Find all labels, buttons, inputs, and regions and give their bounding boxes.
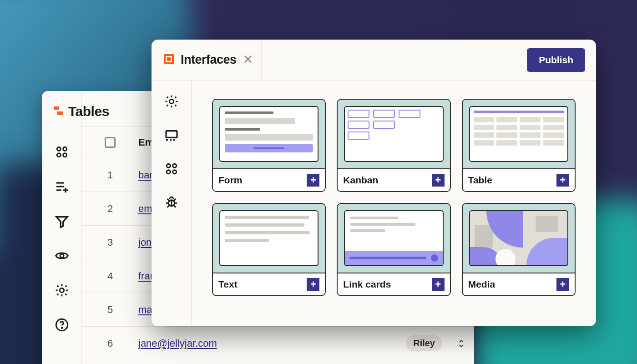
- interfaces-logo-icon: [163, 54, 174, 66]
- filter-icon[interactable]: [55, 214, 69, 228]
- svg-point-25: [172, 170, 176, 174]
- interfaces-window: Interfaces Publish: [152, 40, 596, 326]
- select-all-checkbox[interactable]: [105, 137, 116, 148]
- tile-label: Link cards: [343, 279, 391, 290]
- row-number: 2: [82, 203, 138, 215]
- tile-table[interactable]: Table +: [462, 99, 576, 192]
- eye-icon[interactable]: [55, 248, 69, 263]
- nodes-icon[interactable]: [55, 145, 69, 159]
- tile-media[interactable]: Media +: [462, 203, 576, 296]
- table-row[interactable]: 6 jane@jellyjar.com Riley: [82, 327, 474, 360]
- add-tile-button[interactable]: +: [432, 174, 445, 187]
- tile-text[interactable]: Text +: [212, 203, 326, 296]
- assignee-badge[interactable]: Riley: [406, 335, 442, 351]
- tile-preview: [213, 100, 325, 168]
- tile-form[interactable]: Form +: [212, 99, 326, 192]
- list-add-icon[interactable]: [55, 179, 69, 194]
- add-tile-button[interactable]: +: [307, 278, 319, 291]
- row-number: 6: [82, 338, 138, 349]
- sort-handle-icon[interactable]: [458, 338, 465, 349]
- svg-point-24: [167, 170, 170, 174]
- tables-logo-icon: [53, 104, 64, 119]
- section-icon[interactable]: [164, 128, 179, 142]
- bug-icon[interactable]: [164, 195, 179, 210]
- svg-rect-16: [167, 57, 171, 61]
- svg-rect-0: [54, 106, 59, 110]
- interfaces-title: Interfaces: [181, 53, 237, 67]
- row-number: 3: [82, 237, 138, 248]
- svg-point-23: [172, 164, 176, 167]
- svg-point-22: [167, 164, 170, 167]
- add-tile-button[interactable]: +: [556, 174, 569, 187]
- help-icon[interactable]: [55, 318, 69, 332]
- gear-icon[interactable]: [55, 283, 69, 298]
- tile-label: Kanban: [343, 175, 378, 186]
- svg-point-12: [60, 288, 64, 292]
- svg-point-5: [63, 153, 66, 157]
- tile-preview: [338, 100, 450, 168]
- tile-label: Table: [468, 175, 492, 186]
- interfaces-canvas: Form + Kanban +: [192, 81, 596, 326]
- svg-rect-20: [166, 131, 177, 138]
- svg-point-2: [57, 147, 61, 151]
- row-number: 1: [82, 169, 138, 181]
- svg-line-33: [174, 206, 176, 207]
- tables-title-text: Tables: [68, 104, 109, 119]
- svg-rect-1: [57, 111, 63, 115]
- svg-point-19: [169, 99, 173, 103]
- tables-title: Tables: [53, 104, 109, 119]
- svg-line-31: [174, 199, 176, 201]
- add-tile-button[interactable]: +: [556, 278, 569, 291]
- close-icon[interactable]: [243, 54, 253, 66]
- row-number: 4: [82, 270, 138, 282]
- svg-point-4: [57, 153, 61, 157]
- tile-label: Form: [218, 175, 243, 186]
- tile-preview: [338, 204, 450, 273]
- svg-point-14: [61, 328, 62, 329]
- interfaces-rail: [152, 81, 192, 326]
- add-tile-button[interactable]: +: [432, 278, 445, 291]
- nodes-icon[interactable]: [164, 162, 179, 176]
- tile-kanban[interactable]: Kanban +: [337, 99, 450, 192]
- tables-sidebar: [42, 91, 82, 364]
- email-link[interactable]: jane@jellyjar.com: [138, 338, 217, 349]
- add-tile-button[interactable]: +: [307, 174, 319, 187]
- tile-link-cards[interactable]: Link cards +: [337, 203, 450, 296]
- svg-point-11: [60, 254, 64, 258]
- tile-label: Media: [468, 279, 495, 290]
- tile-label: Text: [218, 279, 238, 290]
- row-number: 5: [82, 304, 138, 316]
- interfaces-header: Interfaces Publish: [152, 40, 596, 81]
- publish-button[interactable]: Publish: [527, 48, 585, 72]
- tile-preview: [463, 100, 575, 168]
- tile-preview: [463, 204, 575, 273]
- tile-preview: [213, 204, 325, 273]
- svg-point-3: [63, 147, 66, 151]
- gear-icon[interactable]: [164, 94, 179, 109]
- svg-line-32: [167, 206, 169, 207]
- svg-line-30: [167, 199, 169, 201]
